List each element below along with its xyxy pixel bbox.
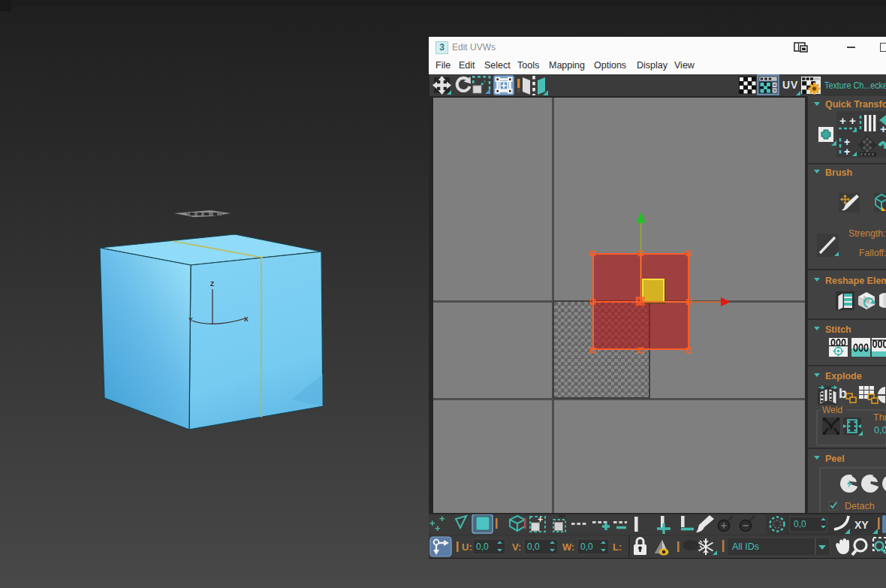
svg-text:0,0: 0,0: [874, 425, 886, 436]
svg-text:Brush: Brush: [825, 167, 852, 178]
svg-text:X: X: [244, 315, 249, 323]
svg-text:+: +: [880, 122, 886, 135]
svg-text:+ +: + +: [839, 114, 856, 127]
svg-text:XY: XY: [854, 519, 869, 531]
svg-text:Reshape Eleme: Reshape Eleme: [825, 276, 886, 286]
svg-text:V:: V:: [512, 541, 521, 553]
svg-text:Y: Y: [188, 316, 193, 324]
svg-text:+: +: [844, 146, 850, 158]
svg-text:Texture Ch...ecke: Texture Ch...ecke: [824, 80, 886, 91]
svg-text:Strength:: Strength:: [848, 228, 885, 239]
svg-text:Explode: Explode: [825, 371, 862, 381]
svg-text:W:: W:: [562, 541, 574, 553]
svg-text:Peel: Peel: [825, 454, 845, 464]
svg-text:Weld: Weld: [822, 405, 842, 415]
svg-text:Quick Transfor: Quick Transfor: [825, 99, 886, 110]
svg-text:0,0: 0,0: [476, 541, 489, 552]
svg-text:+: +: [538, 514, 543, 525]
svg-text:UV: UV: [782, 79, 798, 91]
svg-text:Falloff:: Falloff:: [859, 248, 886, 258]
svg-text:Stitch: Stitch: [825, 324, 851, 335]
svg-text:Thr: Thr: [873, 412, 886, 423]
svg-text:L:: L:: [613, 541, 622, 553]
svg-text:0,0: 0,0: [580, 541, 593, 552]
svg-text:+: +: [435, 523, 441, 534]
svg-text:All IDs: All IDs: [732, 541, 759, 552]
svg-text:Z: Z: [210, 280, 214, 288]
svg-text:U:: U:: [462, 541, 472, 553]
svg-text:Detach: Detach: [845, 501, 875, 511]
svg-text:0,0: 0,0: [527, 541, 540, 552]
svg-text:0,0: 0,0: [794, 519, 806, 529]
